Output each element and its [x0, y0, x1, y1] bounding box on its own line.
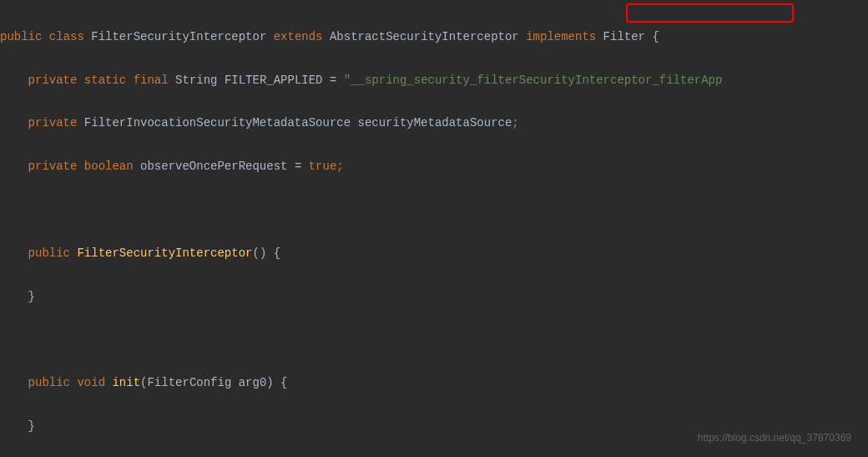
code-line-9: public void init(FilterConfig arg0) { [0, 373, 868, 394]
param-type: FilterConfig [147, 376, 231, 389]
code-line-blank [0, 329, 868, 351]
type-string: String [175, 74, 217, 87]
keyword-public: public [28, 246, 70, 260]
indent [0, 246, 28, 260]
code-line-1: public class FilterSecurityInterceptor e… [0, 27, 868, 48]
interface-name: Filter [603, 30, 645, 43]
param-name: arg0 [239, 376, 267, 389]
type-metadata: FilterInvocationSecurityMetadataSource [84, 116, 351, 129]
keyword-boolean: boolean [84, 160, 134, 173]
equals: = [323, 74, 344, 87]
watermark-text: https://blog.csdn.net/qq_37870369 [698, 429, 851, 447]
code-line-4: private boolean observeOncePerRequest = … [0, 156, 868, 178]
keyword-public: public [28, 376, 70, 389]
indent [0, 74, 28, 87]
equals: = [287, 160, 308, 173]
brace: { [266, 246, 280, 260]
indent [0, 376, 28, 389]
indent [0, 160, 28, 173]
code-line-3: private FilterInvocationSecurityMetadata… [0, 113, 868, 135]
keyword-public: public [0, 30, 42, 43]
constructor-name: FilterSecurityInterceptor [77, 246, 252, 260]
indent [0, 419, 28, 433]
indent [0, 290, 28, 303]
keyword-void: void [77, 376, 105, 389]
var-filter-applied: FILTER_APPLIED [225, 74, 323, 87]
var-metadata: securityMetadataSource [358, 116, 512, 129]
brace-close: } [28, 290, 35, 303]
keyword-implements: implements [526, 30, 596, 43]
keyword-private: private [28, 74, 78, 87]
code-editor[interactable]: public class FilterSecurityInterceptor e… [0, 0, 868, 457]
brace: { [645, 30, 659, 43]
code-line-6: public FilterSecurityInterceptor() { [0, 243, 868, 265]
method-init: init [112, 376, 140, 389]
code-line-blank [0, 200, 868, 221]
paren-close: ) [266, 376, 273, 389]
brace: { [274, 376, 288, 389]
code-line-2: private static final String FILTER_APPLI… [0, 70, 868, 92]
string-literal: "__spring_security_filterSecurityInterce… [344, 74, 723, 87]
keyword-class: class [49, 30, 84, 43]
indent [0, 116, 28, 129]
keyword-final: final [134, 74, 169, 87]
class-name: FilterSecurityInterceptor [91, 30, 266, 43]
keyword-true: true [309, 160, 337, 173]
keyword-static: static [84, 74, 126, 87]
parens: () [252, 246, 266, 260]
semicolon: ; [512, 116, 518, 129]
var-observe: observeOncePerRequest [140, 160, 287, 173]
brace-close: } [28, 419, 35, 433]
keyword-extends: extends [274, 30, 323, 43]
code-line-7: } [0, 287, 868, 308]
keyword-private: private [28, 160, 78, 173]
parent-class: AbstractSecurityInterceptor [330, 30, 519, 43]
keyword-private: private [28, 116, 78, 129]
semicolon: ; [336, 160, 343, 173]
